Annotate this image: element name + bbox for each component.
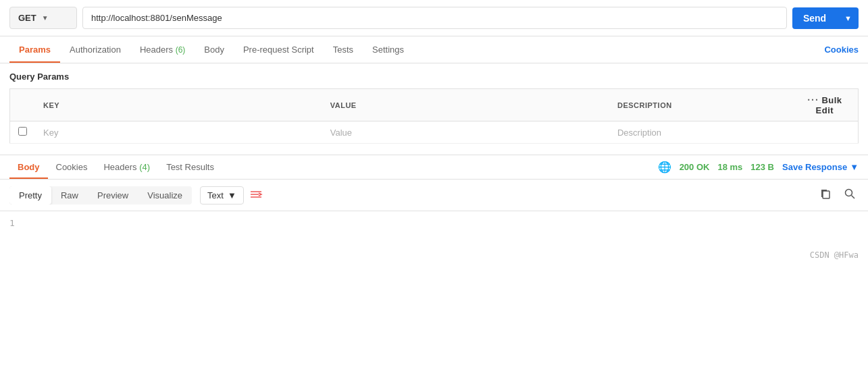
globe-icon: 🌐 (658, 161, 671, 173)
query-params-section: Query Params KEY VALUE DESCRIPTION ··· B… (0, 63, 868, 144)
cookies-link[interactable]: Cookies (824, 45, 859, 55)
format-tab-pretty[interactable]: Pretty (9, 186, 51, 204)
row-actions-cell (792, 121, 859, 144)
value-col-header: VALUE (322, 89, 609, 121)
save-response-button[interactable]: Save Response ▼ (782, 162, 859, 172)
format-tab-raw[interactable]: Raw (51, 186, 88, 204)
response-body: 1 CSDN @HFwa (0, 211, 868, 265)
headers-badge: (6) (176, 45, 186, 55)
tab-settings[interactable]: Settings (363, 36, 413, 63)
text-format-value: Text (207, 190, 224, 200)
save-response-chevron-icon: ▼ (850, 162, 859, 172)
text-format-chevron-icon: ▼ (228, 190, 236, 200)
search-icon[interactable] (841, 185, 859, 205)
format-actions (817, 185, 859, 205)
request-tabs: Params Authorization Headers (6) Body Pr… (0, 36, 868, 63)
tab-authorization[interactable]: Authorization (60, 36, 130, 63)
svg-line-5 (852, 196, 855, 199)
url-input[interactable] (82, 7, 787, 29)
bulk-edit-button[interactable]: Bulk Edit (816, 95, 842, 115)
response-tab-headers[interactable]: Headers (4) (95, 155, 158, 179)
send-button[interactable]: Send ▼ (792, 7, 859, 29)
url-bar: GET ▼ Send ▼ (0, 0, 868, 36)
description-cell[interactable]: Description (609, 121, 792, 144)
copy-icon[interactable] (817, 185, 834, 205)
status-code: 200 OK (680, 162, 710, 172)
actions-col-header: ··· Bulk Edit (792, 89, 859, 121)
method-chevron-icon: ▼ (42, 14, 49, 22)
response-tab-body[interactable]: Body (9, 155, 48, 179)
watermark: CSDN @HFwa (810, 250, 859, 260)
response-time: 18 ms (717, 162, 742, 172)
value-cell[interactable]: Value (322, 121, 609, 144)
format-tabs: Pretty Raw Preview Visualize (9, 186, 192, 204)
response-tabs: Body Cookies Headers (4) Test Results 🌐 … (0, 155, 868, 180)
send-label: Send (792, 13, 837, 24)
response-format-bar: Pretty Raw Preview Visualize Text ▼ (0, 180, 868, 211)
response-headers-badge: (4) (139, 162, 150, 172)
response-tab-cookies[interactable]: Cookies (48, 155, 96, 179)
row-checkbox-cell (10, 121, 36, 144)
key-col-header: KEY (35, 89, 322, 121)
text-format-selector[interactable]: Text ▼ (200, 186, 244, 204)
more-icon[interactable]: ··· (807, 94, 819, 105)
svg-point-4 (846, 190, 852, 196)
query-params-title: Query Params (9, 72, 859, 82)
method-value: GET (18, 13, 36, 23)
format-tab-visualize[interactable]: Visualize (138, 186, 192, 204)
tab-pre-request-script[interactable]: Pre-request Script (234, 36, 324, 63)
line-number: 1 (9, 218, 15, 228)
response-size: 123 B (750, 162, 774, 172)
wrap-button[interactable] (249, 188, 263, 202)
response-tab-test-results[interactable]: Test Results (158, 155, 222, 179)
check-col-header (10, 89, 36, 121)
format-tab-preview[interactable]: Preview (88, 186, 138, 204)
tab-body[interactable]: Body (195, 36, 234, 63)
params-table: KEY VALUE DESCRIPTION ··· Bulk Edit Key … (9, 88, 859, 144)
svg-rect-3 (823, 191, 829, 198)
tab-tests[interactable]: Tests (324, 36, 363, 63)
tab-params[interactable]: Params (9, 36, 60, 63)
table-row: Key Value Description (10, 121, 859, 144)
row-checkbox[interactable] (18, 127, 27, 136)
desc-col-header: DESCRIPTION (609, 89, 792, 121)
tab-headers[interactable]: Headers (6) (130, 36, 195, 63)
response-status: 🌐 200 OK 18 ms 123 B Save Response ▼ (658, 161, 859, 173)
method-dropdown[interactable]: GET ▼ (9, 7, 77, 29)
send-chevron-icon[interactable]: ▼ (838, 14, 859, 22)
key-cell[interactable]: Key (35, 121, 322, 144)
response-section: Body Cookies Headers (4) Test Results 🌐 … (0, 155, 868, 265)
